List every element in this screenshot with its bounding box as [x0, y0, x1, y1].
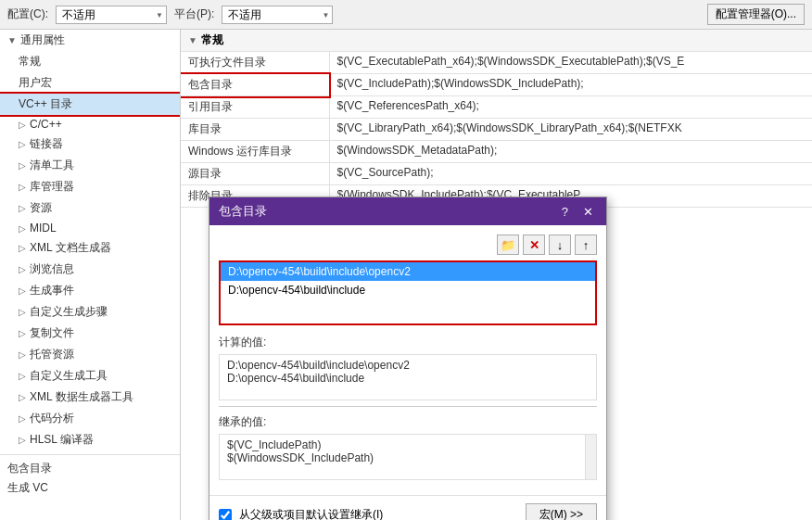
sidebar-item-build-events[interactable]: ▷ 生成事件	[0, 280, 180, 301]
sidebar-item-xml-doc[interactable]: ▷ XML 文档生成器	[0, 237, 180, 259]
dialog-body: 📁 ✕ ↓ ↑ D:\opencv-45	[209, 225, 606, 495]
sidebar-item-general[interactable]: 常规	[0, 51, 180, 72]
include-dirs-dialog: 包含目录 ? ✕ 📁 ✕	[209, 197, 607, 520]
sidebar-item-general-props[interactable]: ▼ 通用属性	[0, 30, 180, 51]
linker-expand-icon: ▷	[19, 139, 26, 149]
custom-tools-expand-icon: ▷	[19, 371, 26, 381]
sidebar-item-xml-data[interactable]: ▷ XML 数据生成器工具	[0, 387, 180, 408]
platform-label: 平台(P):	[174, 6, 214, 22]
sidebar-item-cpp[interactable]: ▷ C/C++	[0, 115, 180, 133]
sidebar-item-code-analysis[interactable]: ▷ 代码分析	[0, 408, 180, 429]
properties-table: 可执行文件目录 $(VC_ExecutablePath_x64);$(Windo…	[181, 52, 812, 208]
sidebar-item-user-macros[interactable]: 用户宏	[0, 72, 180, 94]
inherit-checkbox-label: 从父级或项目默认设置继承(I)	[239, 507, 518, 520]
sidebar-item-browse[interactable]: ▷ 浏览信息	[0, 259, 180, 280]
dialog-toolbar: 📁 ✕ ↓ ↑	[219, 235, 597, 255]
prop-value[interactable]: $(WindowsSDK_MetadataPath);	[329, 141, 812, 163]
cpp-expand-icon: ▷	[19, 120, 26, 130]
prop-name: 库目录	[181, 119, 329, 141]
config-select-wrapper[interactable]: 不适用	[56, 6, 167, 24]
managed-res-expand-icon: ▷	[19, 349, 26, 360]
dialog-title-bar: 包含目录 ? ✕	[209, 197, 606, 225]
list-item[interactable]: D:\opencv-454\build\include\opencv2	[221, 262, 595, 281]
list-item[interactable]: D:\opencv-454\build\include	[221, 281, 595, 299]
platform-select-wrapper[interactable]: 不适用	[222, 6, 333, 24]
xml-doc-expand-icon: ▷	[19, 243, 26, 253]
hlsl-expand-icon: ▷	[19, 435, 26, 445]
table-row[interactable]: 可执行文件目录 $(VC_ExecutablePath_x64);$(Windo…	[181, 52, 812, 74]
table-row[interactable]: Windows 运行库目录 $(WindowsSDK_MetadataPath)…	[181, 141, 812, 163]
dialog-list-area[interactable]: D:\opencv-454\build\include\opencv2 D:\o…	[219, 260, 597, 325]
sidebar-item-custom-build[interactable]: ▷ 自定义生成步骤	[0, 301, 180, 323]
midl-expand-icon: ▷	[19, 223, 26, 234]
scrollbar[interactable]	[585, 435, 596, 479]
lib-mgr-expand-icon: ▷	[19, 182, 26, 192]
table-row[interactable]: 源目录 $(VC_SourcePath);	[181, 163, 812, 185]
resources-expand-icon: ▷	[19, 203, 26, 213]
inherited-value-1: $(VC_IncludePath)	[227, 438, 589, 451]
browse-expand-icon: ▷	[19, 264, 26, 274]
sidebar-item-manifest[interactable]: ▷ 清单工具	[0, 155, 180, 176]
prop-name: 包含目录	[181, 74, 329, 96]
config-mgr-button[interactable]: 配置管理器(O)...	[707, 4, 805, 25]
sidebar-item-vc-dirs[interactable]: VC++ 目录	[0, 94, 180, 115]
down-arrow-icon: ↓	[557, 238, 564, 252]
sidebar-item-resources[interactable]: ▷ 资源	[0, 197, 180, 219]
platform-select[interactable]: 不适用	[222, 6, 333, 24]
sidebar-item-copy-files[interactable]: ▷ 复制文件	[0, 323, 180, 344]
computed-value-2: D:\opencv-454\build\include	[227, 372, 589, 385]
dialog-move-up-button[interactable]: ↑	[575, 235, 597, 255]
prop-name: 源目录	[181, 163, 329, 185]
prop-value[interactable]: $(VC_ExecutablePath_x64);$(WindowsSDK_Ex…	[329, 52, 812, 74]
delete-icon: ✕	[529, 238, 539, 252]
prop-value[interactable]: $(VC_ReferencesPath_x64);	[329, 96, 812, 119]
computed-value-1: D:\opencv-454\build\include\opencv2	[227, 359, 589, 372]
custom-build-expand-icon: ▷	[19, 307, 26, 317]
prop-value[interactable]: $(VC_SourcePath);	[329, 163, 812, 185]
prop-name: 可执行文件目录	[181, 52, 329, 74]
up-arrow-icon: ↑	[583, 238, 590, 252]
top-toolbar: 配置(C): 不适用 平台(P): 不适用 配置管理器(O)...	[0, 0, 812, 30]
dialog-separator	[219, 406, 597, 407]
sidebar-item-hlsl[interactable]: ▷ HLSL 编译器	[0, 429, 180, 450]
computed-label: 计算的值:	[219, 335, 597, 350]
prop-value[interactable]: $(VC_LibraryPath_x64);$(WindowsSDK_Libra…	[329, 119, 812, 141]
table-row[interactable]: 库目录 $(VC_LibraryPath_x64);$(WindowsSDK_L…	[181, 119, 812, 141]
config-select[interactable]: 不适用	[56, 6, 167, 24]
section-header: ▼ 常规	[181, 30, 812, 52]
inherited-value-2: $(WindowsSDK_IncludePath)	[227, 451, 589, 464]
bottom-info: 包含目录 生成 VC	[0, 454, 180, 501]
bottom-label-1: 包含目录	[7, 461, 172, 476]
sidebar-item-custom-tools[interactable]: ▷ 自定义生成工具	[0, 365, 180, 387]
bottom-label-2: 生成 VC	[7, 480, 172, 496]
section-expand-icon: ▼	[188, 35, 197, 45]
table-row[interactable]: 引用目录 $(VC_ReferencesPath_x64);	[181, 96, 812, 119]
dialog-title-controls: ? ✕	[558, 205, 597, 219]
dialog-move-down-button[interactable]: ↓	[549, 235, 571, 255]
config-label: 配置(C):	[7, 6, 48, 22]
computed-area: D:\opencv-454\build\include\opencv2 D:\o…	[219, 354, 597, 400]
inherited-label: 继承的值:	[219, 414, 597, 430]
sidebar-item-linker[interactable]: ▷ 链接器	[0, 133, 180, 155]
build-events-expand-icon: ▷	[19, 285, 26, 296]
right-panel: ▼ 常规 可执行文件目录 $(VC_ExecutablePath_x64);$(…	[181, 30, 812, 520]
dialog-delete-button[interactable]: ✕	[523, 235, 545, 255]
dialog-add-folder-button[interactable]: 📁	[497, 235, 519, 255]
dialog-footer: 从父级或项目默认设置继承(I) 宏(M) >>	[209, 495, 606, 520]
macros-button[interactable]: 宏(M) >>	[526, 503, 597, 520]
manifest-expand-icon: ▷	[19, 160, 26, 171]
sidebar: ▼ 通用属性 常规 用户宏 VC++ 目录 ▷ C/C++ ▷ 链接器 ▷ 清单…	[0, 30, 181, 520]
dialog-close-button[interactable]: ✕	[579, 205, 597, 219]
sidebar-item-managed-res[interactable]: ▷ 托管资源	[0, 344, 180, 365]
dialog-help-button[interactable]: ?	[558, 205, 572, 219]
dialog-title: 包含目录	[219, 203, 267, 220]
sidebar-item-midl[interactable]: ▷ MIDL	[0, 219, 180, 237]
inherit-checkbox[interactable]	[219, 509, 232, 521]
table-row[interactable]: 包含目录 $(VC_IncludePath);$(WindowsSDK_Incl…	[181, 74, 812, 96]
copy-files-expand-icon: ▷	[19, 328, 26, 338]
xml-data-expand-icon: ▷	[19, 392, 26, 402]
prop-value[interactable]: $(VC_IncludePath);$(WindowsSDK_IncludePa…	[329, 74, 812, 96]
prop-name: Windows 运行库目录	[181, 141, 329, 163]
sidebar-item-lib-mgr[interactable]: ▷ 库管理器	[0, 176, 180, 197]
code-analysis-expand-icon: ▷	[19, 413, 26, 424]
